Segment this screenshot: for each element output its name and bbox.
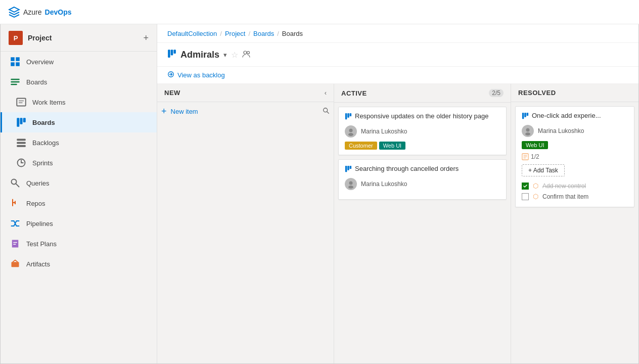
user-avatar-3: [522, 125, 534, 137]
view-as-backlog-label: View as backlog: [177, 71, 225, 79]
svg-rect-10: [17, 118, 19, 127]
project-name: Project: [28, 34, 52, 42]
board-dropdown-button[interactable]: ▾: [223, 51, 227, 59]
card-icon-1: [345, 113, 352, 121]
sidebar-item-backlogs[interactable]: Backlogs: [1, 132, 157, 153]
sidebar-item-sprints-label: Sprints: [32, 159, 53, 167]
card-tags-3: Web UI: [522, 141, 628, 149]
child-task-0: ⬡ Add new control: [522, 180, 628, 191]
card-title-responsive: Responsive updates on the older history …: [345, 112, 500, 121]
sidebar-item-boards[interactable]: Boards: [1, 112, 157, 132]
sidebar-item-repos[interactable]: Repos: [1, 193, 157, 213]
child-checkbox-1[interactable]: [522, 193, 529, 200]
sidebar-item-work-items-label: Work Items: [32, 99, 66, 106]
sidebar-item-test-plans[interactable]: Test Plans: [1, 234, 157, 254]
column-active-body: Responsive updates on the older history …: [334, 103, 511, 363]
child-task-text-0: Add new control: [542, 183, 586, 190]
card-icon-2: [345, 165, 352, 174]
svg-rect-2: [11, 62, 15, 66]
child-task-text-1: Confirm that item: [542, 193, 588, 200]
card-searching-orders[interactable]: Searching through cancelled orders Mari: [338, 159, 507, 200]
add-project-button[interactable]: +: [143, 33, 149, 42]
child-task-1: ⬡ Confirm that item: [522, 191, 628, 202]
artifacts-icon: [10, 259, 20, 269]
svg-point-46: [526, 128, 530, 132]
sidebar-item-repos-label: Repos: [26, 200, 45, 207]
column-new-collapse-button[interactable]: ‹: [325, 89, 327, 97]
search-button[interactable]: [323, 107, 330, 116]
svg-point-17: [12, 179, 17, 185]
svg-rect-7: [17, 99, 26, 106]
sidebar-item-pipelines-label: Pipelines: [26, 220, 53, 228]
svg-point-35: [348, 133, 353, 136]
card-one-click[interactable]: One-click add experie... Marina Lukoshk: [515, 106, 634, 207]
backlog-link-icon: [167, 71, 174, 79]
kanban-board: New ‹ + New item: [157, 84, 638, 363]
view-as-backlog-link[interactable]: View as backlog: [167, 71, 628, 79]
sidebar-item-pipelines[interactable]: Pipelines: [1, 213, 157, 234]
svg-rect-43: [524, 113, 526, 117]
column-new-header: New ‹: [157, 84, 334, 102]
breadcrumb-item-0[interactable]: DefaultCollection: [167, 30, 217, 37]
svg-point-47: [525, 132, 530, 135]
svg-rect-5: [11, 81, 20, 83]
test-plans-icon: [10, 239, 20, 249]
card-user-name-1: Marina Lukoshko: [361, 128, 407, 135]
svg-rect-12: [23, 118, 26, 122]
card-user-name-2: Marina Lukoshko: [361, 180, 407, 188]
child-task-icon-1: ⬡: [533, 193, 538, 200]
column-resolved-title: Resolved: [518, 89, 556, 97]
svg-rect-23: [171, 50, 173, 55]
new-item-text-button[interactable]: New item: [171, 108, 198, 115]
add-task-label: + Add Task: [528, 167, 558, 174]
sidebar-item-boards-group[interactable]: Boards: [1, 72, 157, 92]
svg-rect-14: [17, 142, 26, 144]
sidebar-item-boards-group-label: Boards: [26, 78, 47, 86]
card-responsive-updates[interactable]: Responsive updates on the older history …: [338, 107, 507, 155]
main-content: Azure DevOps DefaultCollection / Project…: [157, 1, 638, 363]
new-item-plus-button[interactable]: +: [161, 106, 167, 117]
boards-icon: [16, 117, 26, 127]
svg-point-34: [349, 129, 353, 132]
board-star-button[interactable]: ☆: [231, 50, 238, 60]
boards-group-icon: [10, 77, 20, 87]
svg-rect-22: [168, 50, 170, 58]
board-title-icon: [167, 49, 176, 60]
new-item-bar: + New item: [161, 106, 330, 117]
svg-rect-11: [20, 118, 23, 124]
board-header: Admirals ▾ ☆: [157, 43, 638, 67]
card-user-name-3: Marina Lukoshko: [538, 127, 584, 134]
tag-web-ui-1: Web UI: [379, 142, 405, 150]
card-title-one-click: One-click add experie...: [522, 112, 628, 121]
svg-rect-32: [350, 113, 352, 116]
svg-rect-36: [345, 166, 347, 172]
column-new-body: + New item: [157, 102, 334, 363]
sidebar-item-work-items[interactable]: Work Items: [1, 92, 157, 112]
sidebar-item-queries[interactable]: Queries: [1, 173, 157, 193]
svg-rect-13: [17, 139, 26, 141]
column-resolved: Resolved On: [511, 84, 638, 363]
overview-icon: [10, 57, 20, 67]
svg-line-29: [327, 112, 329, 114]
sidebar-item-overview[interactable]: Overview: [1, 52, 157, 72]
sidebar-item-artifacts[interactable]: Artifacts: [1, 254, 157, 274]
column-new-title: New: [164, 89, 180, 97]
breadcrumb-item-2[interactable]: Boards: [253, 30, 274, 37]
svg-rect-30: [345, 113, 347, 119]
add-task-button[interactable]: + Add Task: [522, 164, 565, 176]
child-checkbox-0[interactable]: [522, 183, 529, 190]
sidebar-item-boards-label: Boards: [32, 119, 55, 126]
sidebar-item-sprints[interactable]: Sprints: [1, 153, 157, 173]
breadcrumb-item-1[interactable]: Project: [225, 30, 245, 37]
svg-point-26: [247, 51, 250, 54]
svg-point-41: [348, 186, 353, 189]
sidebar-item-queries-label: Queries: [26, 179, 50, 187]
svg-rect-42: [522, 113, 524, 119]
card-user-1: Marina Lukoshko: [345, 125, 500, 138]
project-info: P Project: [9, 31, 52, 45]
svg-rect-0: [11, 57, 15, 61]
column-active: Active 2/5: [334, 84, 511, 363]
card-title-text-2: Searching through cancelled orders: [355, 165, 459, 172]
board-team-button[interactable]: [242, 50, 250, 60]
card-tags-1: Customer Web UI: [345, 142, 500, 150]
